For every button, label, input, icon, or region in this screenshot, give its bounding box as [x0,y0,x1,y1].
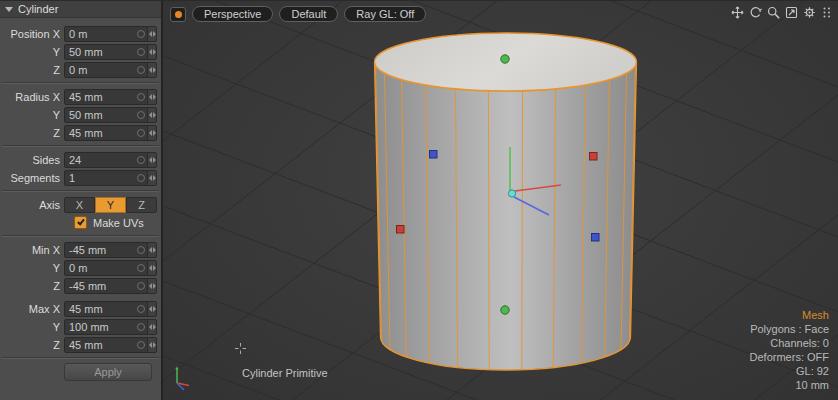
status-channels: Channels: 0 [750,336,829,350]
field-label: Max X [4,303,60,315]
mini-slider-icon[interactable] [147,302,156,316]
handle-z-neg[interactable] [430,151,438,159]
group-separator [2,357,159,359]
segments-field[interactable] [64,170,157,186]
mini-slider-icon[interactable] [147,243,156,257]
maximize-icon[interactable] [785,6,798,19]
settings-gear-icon[interactable] [803,6,816,19]
mini-slider-icon[interactable] [147,279,156,293]
max-z-input[interactable] [65,338,137,352]
mini-slider-icon[interactable] [147,338,156,352]
mini-dial-icon[interactable] [137,129,145,137]
min-x-field[interactable] [64,242,157,258]
mini-dial-icon[interactable] [137,323,145,331]
cylinder-body[interactable] [375,62,637,370]
mini-slider-icon[interactable] [147,126,156,140]
make-uvs-checkbox[interactable] [74,216,87,229]
tool-origin-handle[interactable] [508,190,515,197]
status-polygons: Polygons : Face [750,322,829,336]
mini-slider-icon[interactable] [147,171,156,185]
radius-y-input[interactable] [65,108,137,122]
mini-slider-icon[interactable] [147,261,156,275]
mini-slider-icon[interactable] [147,320,156,334]
sides-input[interactable] [65,153,137,167]
mini-dial-icon[interactable] [137,48,145,56]
rotate-icon[interactable] [749,6,762,19]
mini-dial-icon[interactable] [137,305,145,313]
mini-dial-icon[interactable] [137,93,145,101]
mini-dial-icon[interactable] [137,30,145,38]
apply-button[interactable]: Apply [64,363,152,381]
mini-dial-icon[interactable] [137,246,145,254]
mini-slider-icon[interactable] [147,63,156,77]
viewport-3d[interactable]: Perspective Default Ray GL: Off [163,1,838,400]
radius-x-input[interactable] [65,90,137,104]
position-x-field[interactable] [64,26,157,42]
position-z-input[interactable] [65,63,137,77]
panel-header[interactable]: Cylinder [0,1,161,18]
raygl-dropdown[interactable]: Ray GL: Off [344,6,426,22]
perspective-dropdown[interactable]: Perspective [192,6,273,22]
mini-slider-icon[interactable] [147,90,156,104]
mini-slider-icon[interactable] [147,108,156,122]
cylinder-mesh[interactable] [375,33,637,370]
viewport-menu-button[interactable] [170,7,186,22]
position-y-field[interactable] [64,44,157,60]
field-row: Z [4,124,157,141]
mini-dial-icon[interactable] [137,174,145,182]
axis-y-button[interactable]: Y [95,197,126,213]
mini-slider-icon[interactable] [147,153,156,167]
radius-x-field[interactable] [64,89,157,105]
radius-y-field[interactable] [64,107,157,123]
handle-z-pos[interactable] [592,234,600,242]
mini-slider-icon[interactable] [147,27,156,41]
collapse-arrow-icon[interactable] [5,7,13,12]
min-x-input[interactable] [65,243,137,257]
radius-z-field[interactable] [64,125,157,141]
field-row: Position X [4,25,157,42]
field-label: Y [4,321,60,333]
move-icon[interactable] [731,6,744,19]
field-label: Axis [4,199,60,211]
segments-input[interactable] [65,171,137,185]
mini-dial-icon[interactable] [137,111,145,119]
radius-z-input[interactable] [65,126,137,140]
shading-style-dropdown[interactable]: Default [279,6,338,22]
axis-z-button[interactable]: Z [126,197,157,213]
position-x-input[interactable] [65,27,137,41]
handle-x-neg[interactable] [397,226,405,234]
max-x-field[interactable] [64,301,157,317]
position-y-input[interactable] [65,45,137,59]
min-y-input[interactable] [65,261,137,275]
handle-x-pos[interactable] [590,153,598,161]
mini-dial-icon[interactable] [137,341,145,349]
handle-y-top[interactable] [501,55,509,63]
status-deformers: Deformers: OFF [750,350,829,364]
scene-canvas[interactable] [163,1,838,400]
mini-slider-icon[interactable] [147,45,156,59]
handle-y-bottom[interactable] [501,306,509,314]
mini-dial-icon[interactable] [137,264,145,272]
status-gl: GL: 92 [750,364,829,378]
field-row: Min X [4,241,157,258]
min-z-field[interactable] [64,278,157,294]
min-y-field[interactable] [64,260,157,276]
max-y-input[interactable] [65,320,137,334]
mini-dial-icon[interactable] [137,282,145,290]
sides-field[interactable] [64,152,157,168]
mini-dial-icon[interactable] [137,156,145,164]
active-tool-label: Cylinder Primitive [242,367,328,379]
max-x-input[interactable] [65,302,137,316]
zoom-icon[interactable] [767,6,780,19]
field-label: Segments [4,172,60,184]
min-z-input[interactable] [65,279,137,293]
max-y-field[interactable] [64,319,157,335]
properties-panel: Cylinder Position X Y Z [0,1,163,400]
axis-x-button[interactable]: X [64,197,95,213]
position-z-field[interactable] [64,62,157,78]
field-label: Y [4,109,60,121]
viewport-status-block: Mesh Polygons : Face Channels: 0 Deforme… [750,308,829,392]
mini-dial-icon[interactable] [137,66,145,74]
max-z-field[interactable] [64,337,157,353]
grip-dots-icon[interactable] [821,6,832,19]
